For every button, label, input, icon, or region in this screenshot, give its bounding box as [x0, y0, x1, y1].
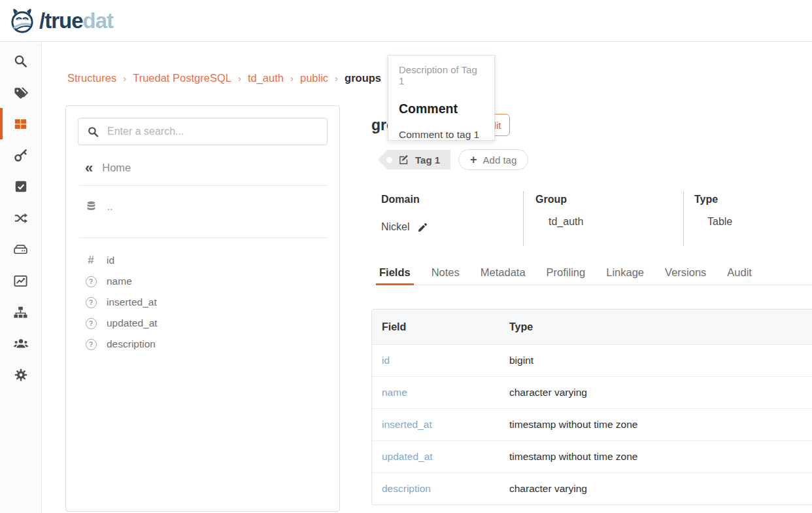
field-type: timestamp without time zone — [509, 419, 812, 431]
check-square-icon — [14, 179, 28, 194]
question-circle-icon: ? — [84, 339, 97, 350]
sidebar-item-tags[interactable] — [0, 77, 41, 108]
breadcrumb-link-database[interactable]: td_auth — [248, 72, 284, 84]
gear-icon — [14, 368, 28, 382]
sitemap-icon — [13, 305, 28, 320]
users-icon — [13, 336, 29, 351]
sidebar-item-domains[interactable] — [0, 296, 41, 328]
explorer-field-item[interactable]: ? name — [78, 271, 328, 292]
sidebar-item-lineage[interactable] — [0, 202, 41, 234]
tooltip-comment: Comment to tag 1 — [399, 129, 484, 141]
field-link[interactable]: name — [382, 387, 407, 398]
column-header-type: Type — [509, 321, 812, 333]
field-link[interactable]: updated_at — [382, 451, 433, 462]
pencil-icon — [417, 222, 428, 233]
top-header: /truedat — [0, 0, 812, 42]
tab-metadata[interactable]: Metadata — [481, 261, 526, 283]
sidebar-item-search[interactable] — [0, 45, 41, 77]
shuffle-icon — [13, 211, 28, 226]
question-circle-icon: ? — [84, 318, 97, 329]
domain-value: Nickel — [381, 221, 410, 233]
table-row: updated_at timestamp without time zone — [372, 440, 812, 472]
breadcrumb-separator: › — [290, 73, 294, 84]
fields-table: Field Type id bigint name character vary… — [371, 309, 812, 505]
table-row: inserted_at timestamp without time zone — [372, 408, 812, 440]
edit-domain-button[interactable] — [417, 222, 428, 233]
app-window: /truedat — [0, 0, 812, 513]
tab-profiling[interactable]: Profiling — [547, 261, 586, 283]
explorer-field-item[interactable]: ? description — [78, 334, 328, 355]
tags-icon — [13, 85, 28, 100]
detail-tabs: Fields Notes Metadata Profiling Linkage … — [371, 261, 812, 285]
truedat-logo[interactable]: /truedat — [8, 7, 113, 35]
sidebar-item-quality[interactable] — [0, 171, 41, 202]
sidebar-item-systems[interactable] — [0, 234, 41, 265]
explorer-field-label: name — [107, 275, 132, 287]
field-link[interactable]: id — [382, 355, 390, 366]
question-circle-icon: ? — [84, 297, 97, 308]
explorer-field-item[interactable]: ? updated_at — [78, 313, 328, 334]
explorer-home-label: Home — [102, 162, 131, 174]
question-circle-icon: ? — [84, 276, 97, 287]
brand-text-primary: /true — [39, 9, 83, 33]
structure-explorer-panel: « Home .. # id ? name ? inserted_at — [65, 105, 340, 512]
info-group: Group td_auth — [523, 191, 683, 246]
tag-chip[interactable]: Tag 1 — [378, 150, 450, 169]
info-type: Type Table — [683, 191, 812, 246]
sidebar-item-structures[interactable] — [0, 108, 41, 139]
hash-icon: # — [84, 254, 97, 267]
breadcrumb-link-system[interactable]: Truedat PostgreSQL — [133, 72, 231, 84]
explorer-field-list: # id ? name ? inserted_at ? updated_at ?… — [78, 250, 328, 355]
explorer-search-box[interactable] — [78, 118, 328, 145]
type-value: Table — [707, 216, 732, 228]
sidebar-item-settings[interactable] — [0, 359, 41, 391]
explorer-field-item[interactable]: # id — [78, 250, 328, 271]
tag-tooltip: Description of Tag 1 Comment Comment to … — [388, 55, 495, 141]
explorer-field-label: id — [107, 255, 114, 266]
field-type: timestamp without time zone — [509, 451, 812, 463]
brand-wordmark: /truedat — [39, 10, 113, 31]
tab-linkage[interactable]: Linkage — [606, 261, 644, 283]
sidebar-item-users[interactable] — [0, 328, 41, 359]
grid-icon — [13, 116, 28, 132]
search-icon — [13, 54, 28, 69]
sidebar-item-dashboards[interactable] — [0, 265, 41, 296]
field-type: character varying — [509, 483, 812, 495]
info-domain: Domain Nickel — [371, 191, 523, 246]
group-label: Group — [535, 191, 683, 205]
field-link[interactable]: description — [382, 483, 431, 494]
tab-fields[interactable]: Fields — [379, 261, 411, 283]
explorer-field-item[interactable]: ? inserted_at — [78, 292, 328, 313]
explorer-home-link[interactable]: « Home — [78, 162, 328, 174]
explorer-field-label: updated_at — [107, 317, 158, 329]
tab-audit[interactable]: Audit — [727, 261, 752, 283]
divider — [79, 238, 328, 238]
explorer-parent-link[interactable]: .. — [78, 186, 328, 226]
tag-hole — [386, 157, 392, 163]
breadcrumb-link-structures[interactable]: Structures — [67, 72, 116, 84]
table-row: description character varying — [372, 472, 812, 504]
key-icon — [13, 148, 28, 163]
tab-versions[interactable]: Versions — [665, 261, 706, 283]
chart-line-icon — [13, 274, 28, 289]
column-header-field: Field — [372, 321, 509, 333]
fields-table-header: Field Type — [372, 310, 812, 344]
domain-label: Domain — [381, 191, 523, 205]
hard-drive-icon — [13, 242, 28, 257]
explorer-search-input[interactable] — [107, 126, 318, 137]
owl-logo-icon — [8, 7, 37, 35]
field-link[interactable]: inserted_at — [382, 419, 432, 430]
add-tag-button[interactable]: + Add tag — [458, 149, 528, 170]
field-type: character varying — [509, 387, 812, 398]
sidebar-item-permissions[interactable] — [0, 139, 41, 171]
explorer-field-label: description — [107, 338, 156, 350]
tab-notes[interactable]: Notes — [431, 261, 460, 283]
search-icon — [87, 126, 99, 138]
breadcrumb: Structures › Truedat PostgreSQL › td_aut… — [67, 72, 381, 84]
double-chevron-left-icon: « — [85, 163, 93, 173]
brand-text-secondary: dat — [83, 9, 114, 33]
breadcrumb-separator: › — [335, 73, 338, 84]
breadcrumb-link-schema[interactable]: public — [300, 72, 328, 84]
main-nav-sidebar — [0, 43, 42, 513]
breadcrumb-separator: › — [238, 73, 241, 84]
